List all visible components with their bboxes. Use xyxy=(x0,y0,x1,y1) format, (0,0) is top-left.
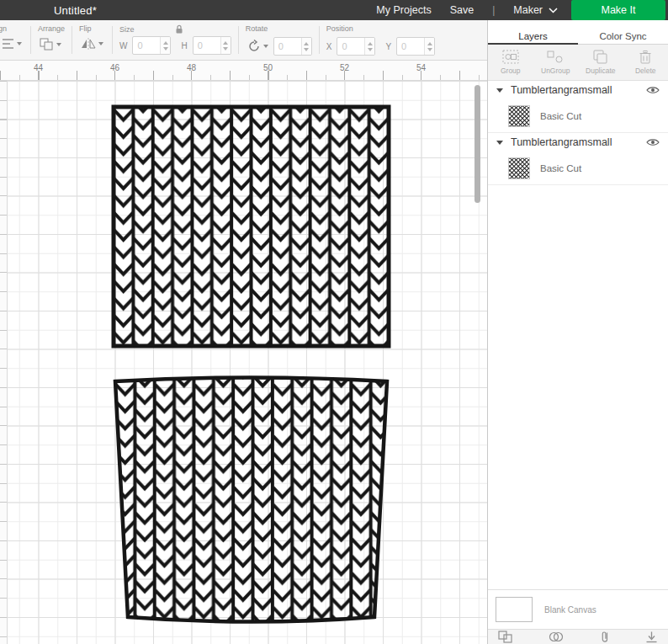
layer-row[interactable]: Basic Cut xyxy=(488,152,668,185)
horizontal-ruler: 44 46 48 50 52 54 xyxy=(0,61,487,81)
panel-tabs: Layers Color Sync xyxy=(488,30,668,45)
group-button-label: Group xyxy=(501,67,521,75)
position-section: Position X 0 Y 0 xyxy=(326,20,435,60)
header-bar: Untitled* My Projects Save | Maker Make … xyxy=(0,0,668,20)
layer-group-name: Tumblertangramsmall xyxy=(511,136,646,148)
position-label: Position xyxy=(326,24,435,33)
edit-toolbar: ign Arrange xyxy=(0,20,487,61)
layer-row[interactable]: Basic Cut xyxy=(488,99,668,133)
delete-button[interactable]: Delete xyxy=(623,45,668,80)
duplicate-button[interactable]: Duplicate xyxy=(578,45,623,80)
caret-down-icon xyxy=(263,45,268,48)
app-window: Untitled* My Projects Save | Maker Make … xyxy=(0,0,668,644)
rotate-label: Rotate xyxy=(246,24,312,33)
canvas-info-row: Blank Canvas xyxy=(488,589,668,629)
visibility-eye-icon[interactable] xyxy=(646,138,660,146)
size-section: Size W 0 H 0 xyxy=(119,20,231,60)
rotate-stepper[interactable] xyxy=(301,38,311,55)
align-icon xyxy=(2,38,14,50)
canvas-vertical-scrollbar[interactable] xyxy=(474,83,481,639)
make-it-button[interactable]: Make It xyxy=(571,0,665,20)
position-y-value: 0 xyxy=(397,41,424,51)
blank-canvas-label: Blank Canvas xyxy=(544,605,596,615)
position-y-stepper[interactable] xyxy=(424,38,434,55)
caret-down-icon xyxy=(17,42,22,45)
document-title[interactable]: Untitled* xyxy=(54,4,97,17)
align-dropdown-button[interactable] xyxy=(0,37,24,51)
vertical-ruler xyxy=(0,81,8,644)
chevron-pattern-tumbler-wrap[interactable] xyxy=(115,378,387,622)
position-x-input[interactable]: 0 xyxy=(337,37,375,56)
flip-label: Flip xyxy=(79,24,105,33)
flip-icon xyxy=(81,38,96,50)
ungroup-button[interactable]: UnGroup xyxy=(533,45,579,80)
layer-type-label: Basic Cut xyxy=(540,163,581,173)
group-icon xyxy=(502,50,519,64)
machine-label: Maker xyxy=(513,4,543,16)
panel-bottom-toolbar xyxy=(488,629,668,644)
layer-group-name: Tumblertangramsmall xyxy=(511,84,646,96)
slice-icon xyxy=(498,631,512,643)
flip-dropdown-button[interactable] xyxy=(79,37,105,51)
layer-type-label: Basic Cut xyxy=(540,111,581,121)
weld-icon xyxy=(549,631,564,642)
layer-group-header[interactable]: Tumblertangramsmall xyxy=(488,81,668,99)
layer-thumbnail xyxy=(508,157,530,179)
my-projects-link[interactable]: My Projects xyxy=(376,4,431,16)
arrange-icon xyxy=(40,38,54,51)
blank-canvas-swatch[interactable] xyxy=(496,597,533,622)
ungroup-icon xyxy=(547,50,564,64)
layers-panel: Layers Color Sync Group UnGroup xyxy=(487,20,668,644)
flatten-button[interactable] xyxy=(645,631,658,643)
attach-button[interactable] xyxy=(601,631,609,643)
height-field-label: H xyxy=(181,41,187,51)
arrange-dropdown-button[interactable] xyxy=(38,37,63,51)
layer-list: Tumblertangramsmall Basic Cut Tumblertan… xyxy=(488,81,668,185)
group-button[interactable]: Group xyxy=(488,45,533,80)
align-section: ign xyxy=(0,20,24,60)
collapse-icon[interactable] xyxy=(496,88,503,93)
scrollbar-thumb[interactable] xyxy=(474,85,480,203)
toolbar-separator xyxy=(112,26,113,54)
tab-color-sync[interactable]: Color Sync xyxy=(578,30,668,45)
layer-group-header[interactable]: Tumblertangramsmall xyxy=(488,133,668,152)
collapse-icon[interactable] xyxy=(496,141,503,145)
width-value: 0 xyxy=(133,40,160,51)
machine-selector[interactable]: Maker xyxy=(513,4,558,16)
x-field-label: X xyxy=(326,42,332,51)
width-stepper[interactable] xyxy=(160,37,170,54)
height-stepper[interactable] xyxy=(220,37,231,54)
toolbar-separator xyxy=(319,26,320,54)
design-canvas[interactable] xyxy=(0,81,487,644)
rotate-button[interactable] xyxy=(246,39,270,54)
position-y-input[interactable]: 0 xyxy=(396,37,435,56)
tab-layers[interactable]: Layers xyxy=(488,30,578,45)
rotate-input[interactable]: 0 xyxy=(273,37,312,56)
lock-icon[interactable] xyxy=(175,24,183,35)
layer-thumbnail xyxy=(508,105,530,127)
flip-section: Flip xyxy=(79,20,105,60)
ungroup-button-label: UnGroup xyxy=(541,67,570,75)
toolbar-separator xyxy=(238,26,239,54)
chevron-pattern-rectangle[interactable] xyxy=(114,107,389,346)
flatten-icon xyxy=(645,631,658,643)
delete-button-label: Delete xyxy=(635,67,656,75)
attach-icon xyxy=(601,631,609,643)
caret-down-icon xyxy=(56,43,61,46)
weld-button[interactable] xyxy=(549,631,564,642)
arrange-label: Arrange xyxy=(38,24,65,33)
height-input[interactable]: 0 xyxy=(193,36,231,55)
align-label: ign xyxy=(0,24,24,33)
visibility-eye-icon[interactable] xyxy=(646,86,660,94)
size-label: Size xyxy=(119,25,135,34)
duplicate-icon xyxy=(593,50,608,64)
header-divider: | xyxy=(492,4,495,16)
y-field-label: Y xyxy=(385,42,391,51)
width-input[interactable]: 0 xyxy=(132,36,171,55)
position-x-stepper[interactable] xyxy=(364,38,374,55)
rotate-value: 0 xyxy=(274,41,301,51)
width-field-label: W xyxy=(119,41,127,51)
slice-button[interactable] xyxy=(498,631,512,643)
position-x-value: 0 xyxy=(337,41,364,51)
save-link[interactable]: Save xyxy=(450,4,474,16)
